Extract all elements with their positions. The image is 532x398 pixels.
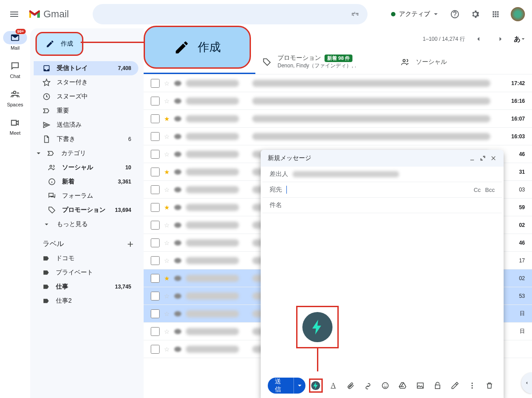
star-icon[interactable]: ★ [164, 168, 170, 176]
support-icon[interactable] [446, 5, 464, 23]
discard-icon[interactable] [483, 378, 497, 393]
row-checkbox[interactable] [151, 309, 160, 318]
row-checkbox[interactable] [151, 132, 160, 141]
star-icon[interactable]: ☆ [164, 98, 170, 105]
row-checkbox[interactable] [151, 221, 160, 230]
star-icon[interactable]: ☆ [164, 80, 170, 87]
star-icon[interactable]: ★ [164, 204, 170, 211]
star-icon[interactable]: ☆ [164, 151, 170, 158]
cc-button[interactable]: Cc [473, 187, 481, 193]
input-tools[interactable]: あ [514, 30, 525, 48]
mail-row[interactable]: ★ 16:07 [144, 110, 532, 128]
star-icon[interactable]: ☆ [164, 293, 170, 300]
star-icon[interactable]: ☆ [164, 186, 170, 193]
nav-forums[interactable]: フォーラム [34, 189, 138, 203]
image-icon[interactable] [413, 378, 427, 393]
label-work[interactable]: 仕事 13,745 [34, 280, 138, 294]
subject-field[interactable]: 件名 [262, 198, 502, 213]
mail-row[interactable]: ☆ 16:03 [144, 128, 532, 145]
annotation-bolt-callout [296, 306, 339, 348]
nav-promotions[interactable]: プロモーション 13,694 [34, 203, 138, 217]
meet-icon [10, 118, 20, 128]
send-options[interactable] [294, 378, 305, 394]
tab-social[interactable]: ソーシャル [394, 50, 532, 74]
compose-header[interactable]: 新規メッセージ [261, 150, 504, 167]
nav-sent[interactable]: 送信済み [34, 118, 138, 132]
draft-icon [43, 135, 51, 143]
row-checkbox[interactable] [151, 168, 160, 176]
next-page[interactable] [492, 30, 509, 48]
row-checkbox[interactable] [151, 327, 160, 336]
redacted-sender [186, 168, 239, 176]
fullscreen-icon[interactable] [480, 155, 486, 161]
nav-important[interactable]: 重要 [34, 104, 138, 118]
nav-categories[interactable]: カテゴリ [34, 146, 138, 160]
attach-icon[interactable] [344, 378, 357, 393]
row-checkbox[interactable] [151, 256, 160, 265]
format-icon[interactable]: A [326, 378, 340, 393]
rail-chat[interactable]: Chat [3, 59, 27, 79]
send-button[interactable]: 送信 [268, 378, 305, 394]
star-icon[interactable]: ☆ [164, 222, 170, 229]
star-icon[interactable]: ☆ [164, 346, 170, 353]
row-checkbox[interactable] [151, 292, 160, 300]
star-icon[interactable]: ☆ [164, 239, 170, 246]
nav-updates[interactable]: 新着 3,361 [34, 175, 138, 189]
star-icon[interactable]: ☆ [164, 310, 170, 317]
nav-social[interactable]: ソーシャル 10 [34, 160, 138, 175]
minimize-icon[interactable] [469, 155, 475, 161]
from-field[interactable]: 差出人 [262, 167, 502, 182]
row-checkbox[interactable] [151, 185, 160, 194]
add-label-icon[interactable] [126, 240, 135, 249]
bolt-plugin-icon[interactable] [309, 378, 323, 393]
row-checkbox[interactable] [151, 97, 160, 105]
rail-mail[interactable]: 99+ Mail [3, 31, 27, 51]
row-checkbox[interactable] [151, 79, 160, 88]
link-icon[interactable] [361, 378, 375, 393]
row-checkbox[interactable] [151, 203, 160, 212]
compose-body[interactable] [261, 213, 504, 373]
to-field[interactable]: 宛先 Cc Bcc [262, 182, 502, 198]
label-private[interactable]: プライベート [34, 265, 138, 280]
label-work2[interactable]: 仕事2 [34, 294, 138, 308]
star-icon[interactable]: ☆ [164, 257, 170, 264]
nav-snoozed[interactable]: スヌーズ中 [34, 90, 138, 104]
compose-button[interactable]: 作成 [35, 32, 83, 56]
label-docomo[interactable]: ドコモ [34, 251, 138, 265]
row-checkbox[interactable] [151, 274, 160, 283]
rail-meet[interactable]: Meet [3, 116, 27, 136]
signature-icon[interactable] [448, 378, 462, 393]
tab-promotions[interactable]: プロモーション 新着 98 件 Denon, Findy（ファインディ）, . [255, 50, 394, 74]
star-icon[interactable]: ★ [164, 115, 170, 122]
more-options-icon[interactable] [466, 378, 479, 393]
confidential-icon[interactable] [430, 378, 444, 393]
emoji-icon[interactable] [379, 378, 392, 393]
nav-drafts[interactable]: 下書き 6 [34, 132, 138, 146]
star-icon[interactable]: ☆ [164, 328, 170, 335]
row-checkbox[interactable] [151, 114, 160, 123]
star-icon[interactable]: ☆ [164, 133, 170, 140]
search-options-icon[interactable] [346, 5, 364, 23]
svg-point-7 [472, 382, 473, 384]
redacted-sender [186, 257, 239, 264]
nav-more[interactable]: もっと見る [34, 217, 138, 231]
row-checkbox[interactable] [151, 238, 160, 247]
close-icon[interactable] [490, 155, 497, 161]
mail-row[interactable]: ☆ 16:16 [144, 92, 532, 110]
main-menu-button[interactable] [4, 4, 25, 25]
mail-row[interactable]: ☆ 17:42 [144, 74, 532, 92]
drive-icon[interactable] [396, 378, 410, 393]
row-checkbox[interactable] [151, 345, 160, 354]
rail-spaces[interactable]: Spaces [3, 88, 27, 107]
nav-inbox[interactable]: 受信トレイ 7,408 [34, 61, 138, 75]
account-avatar[interactable] [511, 7, 525, 21]
bcc-button[interactable]: Bcc [485, 187, 495, 193]
search-bar[interactable] [93, 4, 368, 24]
settings-icon[interactable] [466, 5, 484, 23]
apps-icon[interactable] [487, 5, 505, 23]
chat-status[interactable]: アクティブ [386, 8, 443, 21]
prev-page[interactable] [469, 30, 487, 48]
row-checkbox[interactable] [151, 150, 160, 159]
nav-starred[interactable]: スター付き [34, 75, 138, 90]
star-icon[interactable]: ★ [164, 275, 170, 282]
